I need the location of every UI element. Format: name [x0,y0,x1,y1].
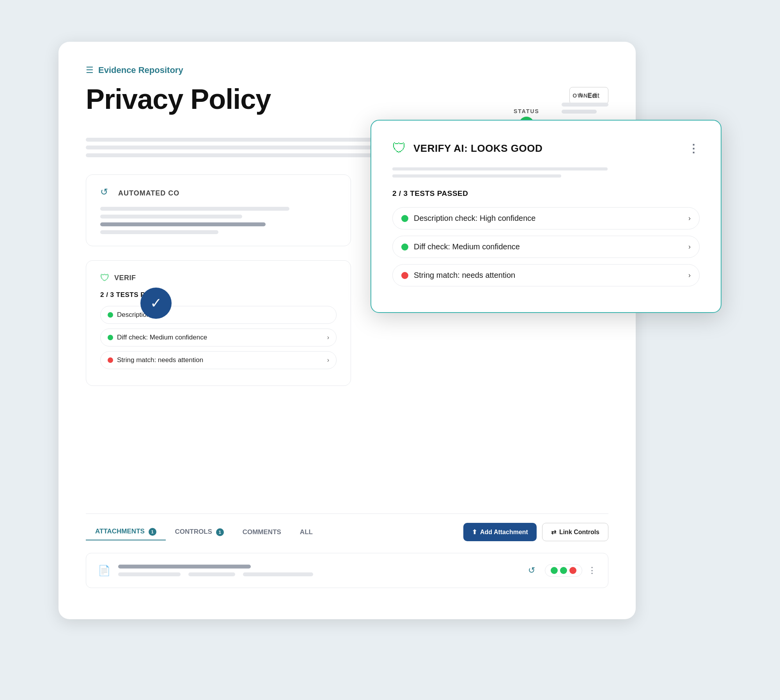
owner-label: OWNER [562,92,608,99]
status-dot-green-1 [551,567,558,574]
owner-lines [562,103,608,114]
popup-divider-lines [392,167,700,178]
test-pill-3-bg[interactable]: String match: needs attention › [100,351,337,369]
popup-card: 🛡 VERIFY AI: LOOKS GOOD ⋮ 2 / 3 TESTS PA… [370,120,722,313]
tab-controls[interactable]: CONTROLS 1 [166,524,233,540]
test-text-3-bg: String match: needs attention [117,356,323,364]
verify-card-header: 🛡 VERIF [100,272,337,283]
menu-icon: ☰ [86,65,94,75]
automated-card: ↺ AUTOMATED CO [86,174,351,246]
blue-check-circle: ✓ [140,288,172,319]
link-icon: ⇄ [551,528,556,536]
file-icon: 📄 [98,565,110,577]
status-dots [545,564,582,577]
chevron-3-bg: › [327,357,329,364]
file-meta-lines [118,572,516,576]
file-row: 📄 ↺ ⋮ [86,553,608,588]
attachments-badge: 1 [149,528,156,536]
tab-comments[interactable]: COMMENTS [233,524,291,540]
tabs-row: ATTACHMENTS 1 CONTROLS 1 COMMENTS ALL ⬆ … [86,523,608,541]
popup-test-pill-3[interactable]: String match: needs attention › [392,264,700,286]
popup-dot-green-1 [401,215,408,222]
popup-test-text-1: Description check: High confidence [414,214,683,223]
popup-chevron-2: › [688,243,691,251]
automated-card-header: ↺ AUTOMATED CO [100,187,337,200]
refresh-icon: ↺ [100,187,113,200]
file-info [118,565,516,576]
status-label: STATUS [514,108,539,114]
chevron-2-bg: › [327,334,329,341]
content-line-3 [86,153,399,157]
add-attachment-button[interactable]: ⬆ Add Attachment [463,523,537,541]
verify-card-background: 🛡 VERIF 2 / 3 TESTS PASSED Description c… [86,260,351,386]
popup-dot-red-3 [401,272,408,279]
verify-card-title: VERIF [114,274,136,282]
popup-title: VERIFY AI: LOOKS GOOD [413,142,542,155]
controls-badge: 1 [216,528,224,536]
popup-test-text-2: Diff check: Medium confidence [414,242,683,251]
file-more-button[interactable]: ⋮ [588,565,596,576]
dot-red-3-bg [108,357,113,363]
popup-chevron-3: › [688,271,691,279]
tab-attachments[interactable]: ATTACHMENTS 1 [86,524,166,540]
dot-green-2-bg [108,335,113,340]
test-text-2-bg: Diff check: Medium confidence [117,334,323,341]
test-pill-1-bg[interactable]: Description che [100,306,337,324]
file-name-line [118,565,251,569]
popup-tests-label: 2 / 3 TESTS PASSED [392,189,700,198]
tests-passed-bg: 2 / 3 TESTS PASSED [100,291,337,299]
popup-chevron-1: › [688,214,691,222]
upload-icon: ⬆ [472,528,477,536]
status-dot-red [569,567,576,574]
file-actions: ↺ ⋮ [524,563,596,578]
popup-test-pill-2[interactable]: Diff check: Medium confidence › [392,236,700,258]
tab-all[interactable]: ALL [291,524,322,540]
popup-shield-icon: 🛡 [392,140,406,156]
popup-header: 🛡 VERIFY AI: LOOKS GOOD ⋮ [392,140,700,156]
breadcrumb: ☰ Evidence Repository [86,65,608,75]
automated-card-lines [100,207,337,234]
tabs-divider [86,513,608,514]
file-refresh-button[interactable]: ↺ [524,563,539,578]
popup-header-left: 🛡 VERIFY AI: LOOKS GOOD [392,140,542,156]
breadcrumb-text: Evidence Repository [98,65,183,75]
automated-card-title: AUTOMATED CO [118,189,179,197]
page-title: Privacy Policy [86,83,271,115]
dot-green-1-bg [108,312,113,318]
popup-more-button[interactable]: ⋮ [688,142,700,155]
popup-test-pill-1[interactable]: Description check: High confidence › [392,207,700,229]
popup-test-text-3: String match: needs attention [414,271,683,280]
link-controls-button[interactable]: ⇄ Link Controls [542,523,608,541]
status-dot-green-2 [560,567,567,574]
test-pill-2-bg[interactable]: Diff check: Medium confidence › [100,329,337,346]
owner-block: OWNER [562,92,608,114]
verify-shield-icon: 🛡 [100,272,110,283]
tab-actions: ⬆ Add Attachment ⇄ Link Controls [463,523,608,541]
popup-dot-green-2 [401,243,408,251]
